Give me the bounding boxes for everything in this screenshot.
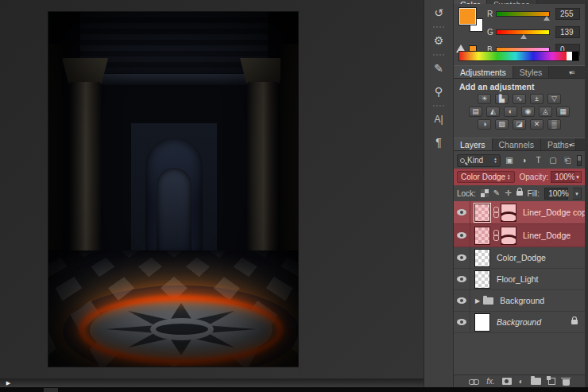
visibility-cell[interactable]	[454, 290, 470, 311]
group-expand-caret-icon[interactable]: ▶	[475, 297, 480, 305]
filter-type-layers-icon[interactable]: T	[532, 155, 544, 166]
clone-source-panel-icon[interactable]: ⚲	[427, 81, 451, 102]
visibility-cell[interactable]	[454, 247, 470, 268]
eye-icon[interactable]	[457, 297, 466, 304]
hue-saturation-icon[interactable]: ▤	[469, 107, 482, 117]
tab-swatches[interactable]: Swatches	[487, 0, 537, 4]
visibility-cell[interactable]	[454, 312, 470, 332]
layer-row-liner-dodge[interactable]: Liner_Dodge	[454, 224, 585, 247]
tab-channels[interactable]: Channels	[493, 138, 541, 150]
green-value-field[interactable]: 139	[555, 26, 580, 38]
delete-layer-icon[interactable]	[563, 377, 570, 386]
visibility-cell[interactable]	[454, 269, 470, 289]
dock-grip[interactable]	[433, 26, 444, 28]
filter-pixel-layers-icon[interactable]: ▣	[504, 155, 515, 166]
new-group-icon[interactable]	[531, 378, 541, 385]
eye-icon[interactable]	[457, 319, 466, 325]
photo-filter-icon[interactable]: ◉	[521, 107, 535, 117]
eye-icon[interactable]	[457, 254, 466, 261]
visibility-cell[interactable]	[454, 201, 470, 223]
red-value-field[interactable]: 255	[555, 8, 580, 20]
layer-mask-thumbnail[interactable]	[501, 227, 516, 245]
red-channel-slider[interactable]	[496, 11, 550, 17]
gradient-map-icon[interactable]: ▒	[547, 119, 561, 130]
layer-mask-thumbnail[interactable]	[501, 204, 516, 222]
horizontal-scrollbar[interactable]	[0, 378, 424, 387]
blend-mode-dropdown[interactable]: Color Dodge ▲▼	[457, 171, 515, 183]
paragraph-panel-icon[interactable]: ¶	[427, 132, 451, 153]
add-layer-mask-icon[interactable]	[502, 378, 512, 385]
selective-color-icon[interactable]: ✕	[530, 119, 544, 130]
tab-layers[interactable]: Layers	[454, 138, 493, 150]
visibility-cell[interactable]	[454, 224, 470, 246]
tab-adjustments[interactable]: Adjustments	[454, 66, 513, 78]
adjustment-icons-row-2: ▤ ◭ ◐ ◉ ◬ ▦	[454, 107, 585, 117]
opacity-value-field[interactable]: 100%	[551, 171, 574, 183]
green-slider-handle[interactable]	[520, 34, 527, 39]
layer-name: Background	[497, 317, 541, 327]
fill-dropdown-arrow[interactable]: ▼	[573, 188, 582, 200]
red-slider-handle[interactable]	[544, 16, 550, 21]
channel-mixer-icon[interactable]: ◬	[539, 107, 552, 117]
layer-row-color-dodge[interactable]: Color_Dodge	[454, 247, 585, 269]
layer-row-liner-dodge-copy[interactable]: Liner_Dodge copy	[454, 201, 585, 224]
curves-icon[interactable]: ∿	[513, 94, 526, 104]
tab-styles[interactable]: Styles	[513, 66, 550, 78]
eye-icon[interactable]	[457, 276, 466, 282]
scroll-left-arrow-button[interactable]: ▶	[3, 379, 14, 386]
foreground-color-swatch[interactable]	[459, 8, 476, 25]
layer-row-background[interactable]: Background	[454, 312, 585, 333]
properties-panel-icon[interactable]: ⚙	[427, 30, 451, 51]
mask-link-icon[interactable]	[492, 230, 499, 241]
dock-grip[interactable]	[433, 105, 444, 107]
exposure-icon[interactable]: ±	[530, 94, 544, 104]
layer-thumbnail[interactable]	[474, 204, 490, 222]
tab-color[interactable]: Color	[454, 0, 487, 4]
panel-menu-icon[interactable]: ▾≡	[569, 69, 582, 76]
filter-smart-objects-icon[interactable]: ⎗	[562, 155, 573, 166]
eye-icon[interactable]	[457, 232, 466, 239]
filter-kind-dropdown[interactable]: Kind ▲▼	[457, 154, 501, 167]
color-lookup-icon[interactable]: ▦	[556, 107, 570, 117]
levels-icon[interactable]: ▙	[495, 94, 509, 104]
layers-panel-tabs: Layers Channels Paths ▾≡	[454, 138, 585, 151]
fill-label: Fill:	[528, 189, 540, 198]
color-panel-tabs: Color Swatches	[454, 0, 585, 4]
new-layer-icon[interactable]	[548, 378, 555, 385]
filter-adjustment-layers-icon[interactable]: ◑	[518, 155, 529, 166]
history-panel-icon[interactable]: ↺	[427, 2, 451, 23]
layer-thumbnail[interactable]	[474, 270, 490, 289]
invert-icon[interactable]: ◑	[478, 119, 491, 130]
fill-value-field[interactable]: 100%	[544, 188, 568, 200]
threshold-icon[interactable]: ◪	[513, 119, 526, 130]
layer-list: Liner_Dodge copy Liner_Dodge Color_Dodge	[454, 201, 585, 375]
right-panel-column: Color Swatches R 255 G 139 B	[454, 0, 585, 387]
layer-thumbnail[interactable]	[474, 313, 490, 332]
character-panel-icon[interactable]: A|	[427, 109, 451, 130]
layer-filtering-toggle[interactable]	[577, 155, 582, 166]
color-balance-icon[interactable]: ◭	[486, 107, 500, 117]
layer-style-fx-icon[interactable]: fx.	[486, 377, 495, 386]
color-spectrum-ramp[interactable]	[458, 51, 579, 61]
panel-menu-icon[interactable]: ▾≡	[569, 142, 582, 149]
layer-row-background-group[interactable]: ▶ Background	[454, 290, 585, 312]
lock-all-icon[interactable]	[516, 191, 523, 196]
layer-thumbnail[interactable]	[474, 227, 490, 245]
lock-position-icon[interactable]: ✛	[505, 189, 511, 197]
dock-grip[interactable]	[433, 54, 444, 56]
black-and-white-icon[interactable]: ◐	[504, 107, 517, 117]
lock-image-pixels-icon[interactable]: ✎	[493, 189, 500, 197]
filter-shape-layers-icon[interactable]: ▢	[547, 155, 559, 166]
eye-icon[interactable]	[457, 209, 466, 215]
link-layers-icon[interactable]	[469, 378, 479, 384]
mask-link-icon[interactable]	[492, 207, 499, 218]
vibrance-icon[interactable]: ▽	[547, 94, 561, 104]
layer-row-floor-light[interactable]: Floor_Light	[454, 269, 585, 290]
brightness-contrast-icon[interactable]: ☀	[478, 94, 491, 104]
posterize-icon[interactable]: ▨	[495, 119, 509, 130]
new-adjustment-layer-icon[interactable]: ◐	[519, 378, 524, 386]
lock-transparent-pixels-icon[interactable]	[481, 189, 489, 197]
layer-thumbnail[interactable]	[474, 249, 490, 267]
brush-panel-icon[interactable]: ✎	[427, 58, 451, 79]
opacity-dropdown-arrow[interactable]: ▼	[574, 171, 582, 183]
